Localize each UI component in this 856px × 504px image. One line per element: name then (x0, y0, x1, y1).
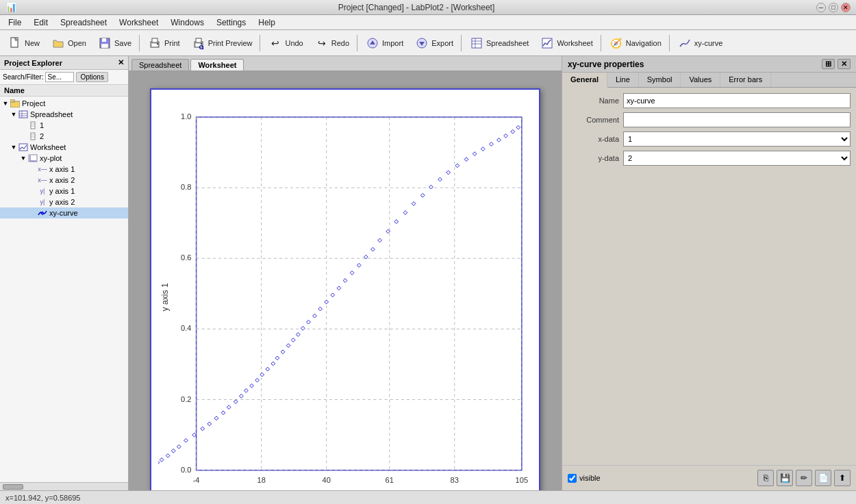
props-xdata-select[interactable]: 1 2 (623, 131, 851, 147)
tree-item-yaxis1[interactable]: y| y axis 1 (0, 186, 128, 197)
props-detach-btn[interactable]: ⊞ (822, 59, 835, 69)
close-btn[interactable]: ✕ (841, 3, 851, 12)
tree-item-project[interactable]: ▼ Project (0, 98, 128, 109)
sep6 (669, 35, 670, 51)
tree-label-xyplot: xy-plot (40, 154, 62, 162)
menu-help[interactable]: Help (253, 16, 281, 29)
menu-edit[interactable]: Edit (28, 16, 53, 29)
svg-rect-36 (19, 144, 27, 151)
props-comment-input[interactable] (623, 112, 851, 127)
export-icon (414, 36, 429, 51)
menu-file[interactable]: File (3, 16, 27, 29)
explorer-tree: ▼ Project ▼ Spreadsheet 1 (0, 97, 128, 482)
tab-worksheet[interactable]: Worksheet (190, 59, 244, 71)
tree-item-col1[interactable]: 1 (0, 120, 128, 131)
worksheet-button[interactable]: Worksheet (535, 33, 597, 53)
open-label: Open (68, 39, 86, 47)
tab-general[interactable]: General (562, 73, 607, 88)
window-controls[interactable]: ─ □ ✕ (816, 3, 851, 12)
svg-point-12 (200, 42, 201, 44)
menu-worksheet[interactable]: Worksheet (114, 16, 164, 29)
explorer-title: Project Explorer (4, 59, 62, 67)
spreadsheet-button[interactable]: Spreadsheet (464, 33, 533, 53)
visible-checkbox[interactable] (568, 474, 577, 483)
explorer-close-btn[interactable]: ✕ (118, 58, 124, 67)
worksheet-icon (540, 36, 555, 51)
explorer-header: Project Explorer ✕ (0, 56, 128, 70)
options-button[interactable]: Options (76, 72, 108, 82)
tree-item-xycurve[interactable]: xy-curve (0, 207, 128, 218)
visible-checkbox-label[interactable]: visible (568, 474, 601, 483)
tree-item-xaxis2[interactable]: x— x axis 2 (0, 175, 128, 186)
props-btn5[interactable]: ⬆ (834, 470, 851, 486)
svg-rect-68 (158, 461, 160, 465)
tab-values[interactable]: Values (681, 73, 720, 87)
explorer-search-bar: Search/Filter: Options (0, 70, 128, 85)
navigation-button[interactable]: 🧭 Navigation (604, 33, 666, 53)
tab-errorbars[interactable]: Error bars (720, 73, 771, 87)
main-area: Project Explorer ✕ Search/Filter: Option… (0, 56, 856, 490)
sep4 (461, 35, 462, 51)
tree-item-xyplot[interactable]: ▼ xy-plot (0, 153, 128, 164)
undo-label: Undo (285, 39, 303, 47)
print-button[interactable]: Print (142, 33, 185, 53)
props-btn1[interactable]: ⎘ (757, 470, 774, 486)
xy-curve-button[interactable]: xy-curve (672, 33, 728, 53)
minimize-btn[interactable]: ─ (816, 3, 826, 12)
project-icon (10, 99, 21, 108)
props-close-btn[interactable]: ✕ (838, 59, 851, 69)
worksheet-paper: 0.0 0.2 0.4 0.6 0.8 1.0 -4 18 40 61 83 1… (150, 88, 540, 490)
search-input[interactable] (45, 72, 74, 82)
tree-item-spreadsheet[interactable]: ▼ Spreadsheet (0, 109, 128, 120)
svg-rect-4 (101, 44, 108, 48)
svg-rect-30 (31, 122, 35, 129)
props-comment-label: Comment (568, 116, 619, 124)
tree-label-spreadsheet: Spreadsheet (30, 110, 73, 118)
svg-rect-25 (10, 99, 14, 102)
scrollbar-thumb[interactable] (3, 484, 23, 490)
svg-rect-41 (197, 117, 522, 470)
svg-rect-26 (19, 111, 27, 118)
props-btn2[interactable]: 💾 (777, 470, 793, 486)
props-ydata-select[interactable]: 1 2 (623, 151, 851, 166)
worksheet-tree-icon (18, 142, 29, 152)
props-title: xy-curve properties (568, 60, 644, 69)
maximize-btn[interactable]: □ (829, 3, 838, 12)
tree-item-xaxis1[interactable]: x— x axis 1 (0, 164, 128, 175)
svg-rect-7 (152, 44, 158, 47)
props-btn3[interactable]: ✏ (796, 470, 812, 486)
tree-label-project: Project (22, 99, 45, 108)
undo-button[interactable]: ↩ Undo (263, 33, 307, 53)
tree-item-yaxis2[interactable]: y| y axis 2 (0, 197, 128, 207)
svg-text:61: 61 (386, 476, 394, 484)
sep5 (601, 35, 601, 51)
props-name-input[interactable] (623, 93, 851, 108)
explorer-h-scrollbar[interactable] (0, 482, 128, 490)
svg-rect-19 (472, 38, 481, 48)
props-comment-row: Comment (568, 112, 851, 127)
svg-text:0.4: 0.4 (181, 324, 191, 332)
undo-icon: ↩ (268, 36, 283, 51)
tab-line[interactable]: Line (607, 73, 639, 87)
export-button[interactable]: Export (410, 33, 458, 53)
import-button[interactable]: Import (360, 33, 408, 53)
svg-text:0.8: 0.8 (181, 183, 191, 191)
redo-label: Redo (331, 39, 349, 47)
worksheet-area: Spreadsheet Worksheet (129, 56, 562, 490)
menu-spreadsheet[interactable]: Spreadsheet (55, 16, 112, 29)
svg-rect-69 (160, 458, 164, 462)
tab-symbol[interactable]: Symbol (639, 73, 681, 87)
menu-windows[interactable]: Windows (165, 16, 210, 29)
tree-item-worksheet[interactable]: ▼ Worksheet (0, 142, 128, 153)
save-icon (97, 36, 112, 51)
tree-item-col2[interactable]: 2 (0, 131, 128, 142)
new-button[interactable]: New (3, 33, 45, 53)
tab-spreadsheet[interactable]: Spreadsheet (131, 59, 189, 71)
redo-button[interactable]: ↪ Redo (310, 33, 354, 53)
open-button[interactable]: Open (46, 33, 91, 53)
menu-settings[interactable]: Settings (211, 16, 251, 29)
props-btn4[interactable]: 📄 (815, 470, 831, 486)
print-preview-button[interactable]: Print Preview (186, 33, 257, 53)
save-button[interactable]: Save (92, 33, 136, 53)
svg-rect-74 (192, 433, 197, 437)
